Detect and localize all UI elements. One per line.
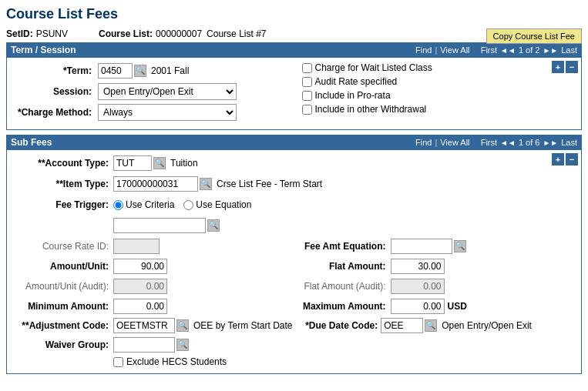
term-first-label: First	[481, 45, 497, 55]
due-date-code-label: *Due Date Code:	[305, 320, 378, 331]
adj-code-name: OEE by Term Start Date	[193, 320, 293, 331]
term-add-button[interactable]: +	[552, 61, 564, 73]
setid-label: SetID:	[6, 28, 33, 39]
page-container: Course List Fees SetID: PSUNV Course Lis…	[0, 0, 588, 380]
sub-fees-nav-controls: Find | View All First ◄◄ 1 of 6 ►► Last	[415, 138, 577, 147]
term-plus-minus: + −	[552, 61, 578, 73]
term-search-icon[interactable]: 🔍	[134, 65, 146, 77]
waiver-group-search-icon[interactable]: 🔍	[176, 339, 189, 351]
item-type-input[interactable]	[113, 176, 198, 192]
copy-course-list-fee-button[interactable]: Copy Course List Fee	[486, 28, 582, 44]
term-find-link[interactable]: Find	[415, 45, 432, 55]
account-type-name: Tuition	[170, 158, 198, 169]
amount-unit-input[interactable]	[113, 259, 167, 274]
charge-wait-listed-checkbox[interactable]	[302, 63, 312, 73]
charge-method-row: *Charge Method: Always One Time Each Ses…	[13, 104, 287, 121]
term-nav-controls: Find | View All First ◄◄ 1 of 2 ►► Last	[415, 45, 577, 55]
term-row: *Term: 🔍 2001 Fall	[13, 62, 287, 79]
term-nav-info: 1 of 2	[519, 45, 540, 55]
include-withdrawal-checkbox[interactable]	[302, 105, 312, 115]
course-rate-id-row: Course Rate ID:	[13, 238, 291, 255]
account-type-search-icon[interactable]: 🔍	[153, 157, 166, 169]
waiver-group-label: Waiver Group:	[13, 339, 113, 350]
use-criteria-text: Use Criteria	[126, 199, 174, 210]
criteria-input[interactable]	[113, 218, 206, 233]
course-list-name: Course List #7	[207, 28, 266, 39]
fee-trigger-label: Fee Trigger:	[13, 199, 113, 210]
term-remove-button[interactable]: −	[566, 61, 578, 73]
audit-rate-row: Audit Rate specified	[302, 76, 576, 87]
waiver-group-row: Waiver Group: 🔍	[13, 337, 575, 353]
charge-method-select[interactable]: Always One Time Each Session	[98, 104, 237, 121]
include-pro-rata-checkbox[interactable]	[302, 91, 312, 101]
sub-fees-section-body: + − *Account Type: 🔍 Tuition *Item Type:…	[6, 150, 582, 374]
course-list-label: Course List:	[99, 28, 153, 39]
sub-fees-plus-minus: + −	[552, 153, 578, 165]
amount-unit-audit-input[interactable]	[113, 279, 167, 294]
minimum-amount-label: Minimum Amount:	[13, 301, 113, 312]
item-type-row: *Item Type: 🔍 Crse List Fee - Term Start	[13, 175, 575, 192]
term-body: *Term: 🔍 2001 Fall Session: Open Entry/O…	[13, 62, 575, 125]
term-code-input[interactable]	[98, 63, 133, 79]
use-equation-radio[interactable]	[183, 200, 193, 210]
account-type-row: *Account Type: 🔍 Tuition	[13, 155, 575, 172]
waiver-group-input[interactable]	[113, 337, 175, 353]
sub-fees-remove-button[interactable]: −	[566, 153, 578, 165]
due-date-code-input[interactable]	[381, 318, 423, 333]
flat-amount-label: Flat Amount:	[298, 261, 391, 272]
flat-amount-audit-input[interactable]	[391, 279, 445, 294]
due-date-code-search-icon[interactable]: 🔍	[425, 319, 437, 332]
sub-fees-add-button[interactable]: +	[552, 153, 564, 165]
include-pro-rata-row: Include in Pro-rata	[302, 90, 576, 101]
exclude-hecs-checkbox[interactable]	[113, 357, 123, 367]
item-type-label: *Item Type:	[13, 179, 113, 189]
session-row: Session: Open Entry/Open Exit Regular Ac…	[13, 83, 287, 100]
account-type-label: *Account Type:	[13, 158, 113, 169]
fee-amt-equation-input[interactable]	[391, 239, 452, 254]
amount-unit-audit-row: Amount/Unit (Audit):	[13, 278, 291, 295]
term-section-header: Term / Session Find | View All First ◄◄ …	[6, 42, 582, 58]
term-section-title: Term / Session	[11, 45, 76, 55]
term-last-label: Last	[561, 45, 577, 55]
flat-amount-audit-row: Flat Amount (Audit):	[298, 278, 576, 295]
fee-amt-equation-label: Fee Amt Equation:	[298, 241, 391, 252]
criteria-search-icon[interactable]: 🔍	[207, 219, 220, 232]
use-criteria-radio[interactable]	[113, 200, 123, 210]
term-name-value: 2001 Fall	[151, 65, 189, 76]
fee-amt-equation-search-icon[interactable]: 🔍	[454, 240, 466, 252]
session-label: Session:	[13, 86, 98, 97]
sub-fees-first-label: First	[481, 138, 497, 147]
sub-fees-find-link[interactable]: Find	[415, 138, 432, 147]
term-first-arrow[interactable]: ◄◄	[500, 46, 516, 55]
include-withdrawal-row: Include in other Withdrawal	[302, 104, 576, 115]
maximum-amount-input[interactable]	[391, 299, 445, 314]
term-view-all-link[interactable]: View All	[440, 45, 469, 55]
item-type-name: Crse List Fee - Term Start	[217, 179, 322, 189]
use-equation-text: Use Equation	[196, 199, 251, 210]
adj-code-label: *Adjustment Code:	[13, 320, 113, 331]
fee-trigger-row: Fee Trigger: Use Criteria Use Equation	[13, 196, 575, 213]
include-pro-rata-label: Include in Pro-rata	[315, 90, 391, 101]
use-equation-label: Use Equation	[183, 199, 251, 210]
adj-code-input[interactable]	[113, 318, 175, 333]
sub-fees-first-arrow[interactable]: ◄◄	[500, 139, 516, 147]
session-select[interactable]: Open Entry/Open Exit Regular Academic Se…	[98, 83, 237, 100]
setid-value: PSUNV	[36, 28, 68, 39]
course-rate-id-input[interactable]	[113, 239, 160, 254]
account-type-input[interactable]	[113, 155, 152, 171]
item-type-search-icon[interactable]: 🔍	[200, 178, 212, 190]
flat-amount-input[interactable]	[391, 259, 445, 274]
course-list-number: 000000007	[156, 28, 202, 39]
include-withdrawal-label: Include in other Withdrawal	[315, 104, 427, 115]
fee-amt-equation-row: Fee Amt Equation: 🔍	[298, 238, 576, 255]
due-date-code-name: Open Entry/Open Exit	[442, 320, 532, 331]
audit-rate-checkbox[interactable]	[302, 77, 312, 87]
term-left-col: *Term: 🔍 2001 Fall Session: Open Entry/O…	[13, 62, 294, 125]
minimum-amount-input[interactable]	[113, 299, 167, 314]
sub-fees-last-arrow[interactable]: ►►	[543, 139, 558, 147]
amounts-left: Course Rate ID: Amount/Unit: Amount/Unit…	[13, 238, 291, 318]
maximum-amount-label: Maximum Amount:	[298, 301, 391, 312]
sub-fees-view-all-link[interactable]: View All	[440, 138, 469, 147]
adj-code-search-icon[interactable]: 🔍	[176, 319, 189, 332]
term-last-arrow[interactable]: ►►	[543, 46, 558, 55]
